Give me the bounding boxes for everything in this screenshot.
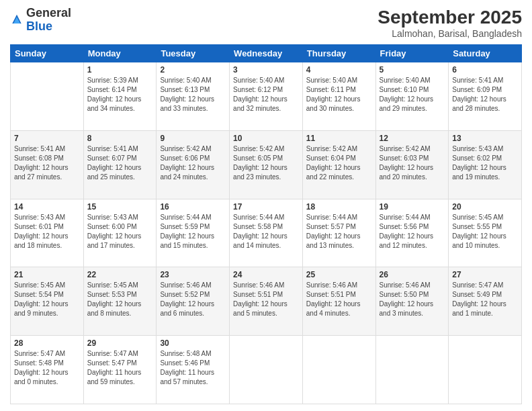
day-info: Sunrise: 5:45 AM Sunset: 5:53 PM Dayligh… — [87, 281, 153, 318]
day-number: 25 — [306, 270, 372, 279]
day-number: 15 — [87, 202, 153, 212]
calendar-cell: 15Sunrise: 5:43 AM Sunset: 6:00 PM Dayli… — [83, 199, 157, 267]
logo-text: General Blue — [26, 7, 71, 34]
header-row: SundayMondayTuesdayWednesdayThursdayFrid… — [11, 45, 522, 62]
week-row-3: 14Sunrise: 5:43 AM Sunset: 6:01 PM Dayli… — [11, 199, 522, 267]
header: General Blue September 2025 Lalmohan, Ba… — [10, 7, 522, 39]
calendar-cell: 4Sunrise: 5:40 AM Sunset: 6:11 PM Daylig… — [302, 62, 375, 131]
day-info: Sunrise: 5:40 AM Sunset: 6:10 PM Dayligh… — [380, 76, 445, 113]
day-number: 11 — [306, 134, 372, 143]
calendar-cell: 27Sunrise: 5:47 AM Sunset: 5:49 PM Dayli… — [449, 267, 522, 336]
calendar-cell: 21Sunrise: 5:45 AM Sunset: 5:54 PM Dayli… — [11, 267, 84, 336]
day-info: Sunrise: 5:39 AM Sunset: 6:14 PM Dayligh… — [87, 76, 153, 113]
calendar-cell: 10Sunrise: 5:42 AM Sunset: 6:05 PM Dayli… — [230, 130, 303, 199]
day-number: 20 — [452, 202, 518, 212]
col-header-saturday: Saturday — [449, 45, 522, 62]
day-number: 21 — [14, 270, 80, 279]
day-info: Sunrise: 5:46 AM Sunset: 5:51 PM Dayligh… — [306, 281, 372, 318]
day-number: 26 — [380, 270, 445, 279]
day-number: 2 — [160, 65, 226, 75]
day-info: Sunrise: 5:48 AM Sunset: 5:46 PM Dayligh… — [160, 349, 226, 387]
calendar-cell: 22Sunrise: 5:45 AM Sunset: 5:53 PM Dayli… — [83, 267, 157, 336]
calendar-cell: 3Sunrise: 5:40 AM Sunset: 6:12 PM Daylig… — [230, 62, 303, 131]
calendar-cell: 26Sunrise: 5:46 AM Sunset: 5:50 PM Dayli… — [375, 267, 449, 336]
calendar-cell: 13Sunrise: 5:43 AM Sunset: 6:02 PM Dayli… — [449, 130, 522, 199]
day-number: 13 — [452, 134, 518, 143]
day-number: 5 — [380, 65, 445, 75]
day-number: 12 — [380, 134, 445, 143]
logo-icon — [10, 13, 24, 27]
calendar-cell: 29Sunrise: 5:47 AM Sunset: 5:47 PM Dayli… — [83, 336, 157, 404]
col-header-monday: Monday — [83, 45, 157, 62]
day-info: Sunrise: 5:45 AM Sunset: 5:54 PM Dayligh… — [14, 281, 80, 318]
calendar-cell — [375, 336, 449, 404]
day-info: Sunrise: 5:45 AM Sunset: 5:55 PM Dayligh… — [452, 213, 518, 250]
calendar-cell: 19Sunrise: 5:44 AM Sunset: 5:56 PM Dayli… — [375, 199, 449, 267]
logo-general: General — [26, 6, 71, 19]
logo: General Blue — [10, 7, 71, 34]
calendar-cell — [302, 336, 375, 404]
logo-blue: Blue — [26, 19, 52, 33]
day-number: 23 — [160, 270, 226, 279]
calendar-cell — [11, 62, 84, 131]
day-number: 8 — [87, 134, 153, 143]
day-info: Sunrise: 5:41 AM Sunset: 6:09 PM Dayligh… — [452, 76, 518, 113]
week-row-4: 21Sunrise: 5:45 AM Sunset: 5:54 PM Dayli… — [11, 267, 522, 336]
day-info: Sunrise: 5:40 AM Sunset: 6:12 PM Dayligh… — [233, 76, 299, 113]
day-info: Sunrise: 5:46 AM Sunset: 5:52 PM Dayligh… — [160, 281, 226, 318]
calendar-cell: 6Sunrise: 5:41 AM Sunset: 6:09 PM Daylig… — [449, 62, 522, 131]
calendar-cell: 30Sunrise: 5:48 AM Sunset: 5:46 PM Dayli… — [157, 336, 230, 404]
day-number: 9 — [160, 134, 226, 143]
day-number: 24 — [233, 270, 299, 279]
calendar-cell: 9Sunrise: 5:42 AM Sunset: 6:06 PM Daylig… — [157, 130, 230, 199]
day-number: 27 — [452, 270, 518, 279]
day-info: Sunrise: 5:47 AM Sunset: 5:47 PM Dayligh… — [87, 349, 153, 387]
calendar-cell — [230, 336, 303, 404]
calendar-cell: 7Sunrise: 5:41 AM Sunset: 6:08 PM Daylig… — [11, 130, 84, 199]
col-header-friday: Friday — [375, 45, 449, 62]
calendar-cell: 2Sunrise: 5:40 AM Sunset: 6:13 PM Daylig… — [157, 62, 230, 131]
day-number: 7 — [14, 134, 80, 143]
day-number: 29 — [87, 338, 153, 348]
day-info: Sunrise: 5:42 AM Sunset: 6:06 PM Dayligh… — [160, 144, 226, 182]
calendar-cell: 12Sunrise: 5:42 AM Sunset: 6:03 PM Dayli… — [375, 130, 449, 199]
page: General Blue September 2025 Lalmohan, Ba… — [0, 0, 532, 411]
title-area: September 2025 Lalmohan, Barisal, Bangla… — [378, 7, 522, 39]
day-info: Sunrise: 5:42 AM Sunset: 6:04 PM Dayligh… — [306, 144, 372, 182]
col-header-wednesday: Wednesday — [230, 45, 303, 62]
calendar-cell: 17Sunrise: 5:44 AM Sunset: 5:58 PM Dayli… — [230, 199, 303, 267]
calendar-cell: 14Sunrise: 5:43 AM Sunset: 6:01 PM Dayli… — [11, 199, 84, 267]
day-number: 4 — [306, 65, 372, 75]
day-number: 17 — [233, 202, 299, 212]
day-info: Sunrise: 5:44 AM Sunset: 5:58 PM Dayligh… — [233, 213, 299, 250]
day-info: Sunrise: 5:42 AM Sunset: 6:03 PM Dayligh… — [380, 144, 445, 182]
day-number: 6 — [452, 65, 518, 75]
day-info: Sunrise: 5:42 AM Sunset: 6:05 PM Dayligh… — [233, 144, 299, 182]
col-header-sunday: Sunday — [11, 45, 84, 62]
day-number: 16 — [160, 202, 226, 212]
day-info: Sunrise: 5:44 AM Sunset: 5:56 PM Dayligh… — [380, 213, 445, 250]
calendar-cell: 18Sunrise: 5:44 AM Sunset: 5:57 PM Dayli… — [302, 199, 375, 267]
day-number: 3 — [233, 65, 299, 75]
calendar-table: SundayMondayTuesdayWednesdayThursdayFrid… — [10, 44, 522, 404]
day-info: Sunrise: 5:47 AM Sunset: 5:49 PM Dayligh… — [452, 281, 518, 318]
calendar-cell: 16Sunrise: 5:44 AM Sunset: 5:59 PM Dayli… — [157, 199, 230, 267]
week-row-1: 1Sunrise: 5:39 AM Sunset: 6:14 PM Daylig… — [11, 62, 522, 131]
day-info: Sunrise: 5:46 AM Sunset: 5:51 PM Dayligh… — [233, 281, 299, 318]
day-number: 14 — [14, 202, 80, 212]
day-info: Sunrise: 5:41 AM Sunset: 6:07 PM Dayligh… — [87, 144, 153, 182]
day-info: Sunrise: 5:47 AM Sunset: 5:48 PM Dayligh… — [14, 349, 80, 387]
calendar-cell: 28Sunrise: 5:47 AM Sunset: 5:48 PM Dayli… — [11, 336, 84, 404]
calendar-cell: 25Sunrise: 5:46 AM Sunset: 5:51 PM Dayli… — [302, 267, 375, 336]
location: Lalmohan, Barisal, Bangladesh — [378, 28, 522, 39]
calendar-cell: 5Sunrise: 5:40 AM Sunset: 6:10 PM Daylig… — [375, 62, 449, 131]
calendar-cell — [449, 336, 522, 404]
week-row-5: 28Sunrise: 5:47 AM Sunset: 5:48 PM Dayli… — [11, 336, 522, 404]
day-info: Sunrise: 5:41 AM Sunset: 6:08 PM Dayligh… — [14, 144, 80, 182]
day-info: Sunrise: 5:44 AM Sunset: 5:57 PM Dayligh… — [306, 213, 372, 250]
day-info: Sunrise: 5:43 AM Sunset: 6:00 PM Dayligh… — [87, 213, 153, 250]
day-number: 19 — [380, 202, 445, 212]
calendar-cell: 11Sunrise: 5:42 AM Sunset: 6:04 PM Dayli… — [302, 130, 375, 199]
day-info: Sunrise: 5:40 AM Sunset: 6:13 PM Dayligh… — [160, 76, 226, 113]
day-info: Sunrise: 5:43 AM Sunset: 6:01 PM Dayligh… — [14, 213, 80, 250]
